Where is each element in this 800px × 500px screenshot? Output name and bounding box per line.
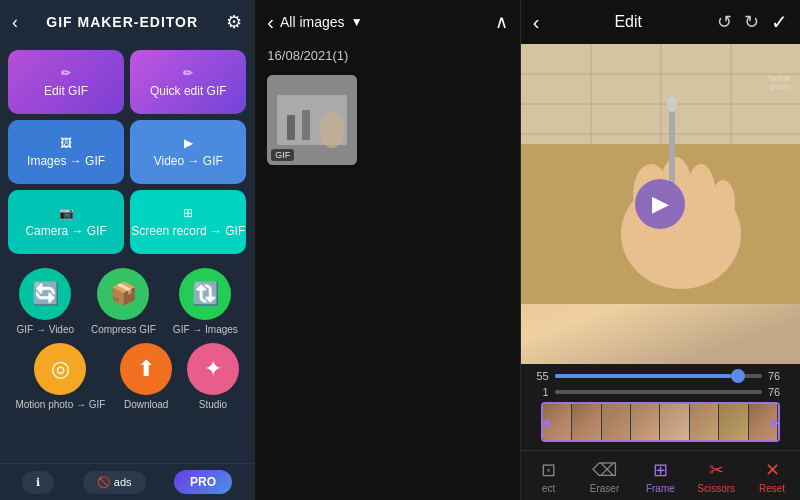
edit-gif-button[interactable]: ✏ Edit GIF [8, 50, 124, 114]
preview-image: TikTok @user ▶ [521, 44, 800, 364]
scissors-label: Scissors [697, 483, 735, 494]
left-header: ‹ GIF MAKER-EDITOR ⚙ [0, 0, 254, 44]
right-header: ‹ Edit ↺ ↻ ✓ [521, 0, 800, 44]
mid-panel: ‹ All images ▼ ∧ 16/08/2021(1) GIF [255, 0, 519, 500]
app-title: GIF MAKER-EDITOR [46, 14, 198, 30]
motion-photo-wrap[interactable]: ◎ Motion photo → GIF [15, 343, 105, 410]
gif-video-button[interactable]: 🔄 [19, 268, 71, 320]
trim-slider-1-thumb[interactable] [731, 369, 745, 383]
screen-record-button[interactable]: ⊞ Screen record → GIF [130, 190, 246, 254]
no-ads-button[interactable]: 🚫 ads [83, 471, 146, 494]
gif-video-wrap[interactable]: 🔄 GIF → Video [16, 268, 74, 335]
compress-gif-button[interactable]: 📦 [97, 268, 149, 320]
compress-gif-label: Compress GIF [91, 324, 156, 335]
studio-wrap[interactable]: ✦ Studio [187, 343, 239, 410]
right-tabs: ⊡ ect ⌫ Eraser ⊞ Frame ✂ Scissors ✕ Rese… [521, 450, 800, 500]
pro-button[interactable]: PRO [174, 470, 232, 494]
download-wrap[interactable]: ⬆ Download [120, 343, 172, 410]
motion-photo-label: Motion photo → GIF [15, 399, 105, 410]
quick-edit-label: Quick edit GIF [150, 84, 227, 98]
select-label: ect [542, 483, 555, 494]
camera-gif-label: Camera → GIF [25, 224, 106, 238]
quick-edit-gif-button[interactable]: ✏ Quick edit GIF [130, 50, 246, 114]
mid-back-area[interactable]: ‹ All images ▼ [267, 11, 362, 34]
filmstrip-frame [719, 404, 748, 440]
filmstrip-right-arrow[interactable]: ▸ [771, 411, 780, 433]
collapse-icon[interactable]: ∧ [495, 11, 508, 33]
quick-edit-icon: ✏ [183, 66, 193, 80]
info-button[interactable]: ℹ [22, 471, 54, 494]
gif-images-button[interactable]: 🔃 [179, 268, 231, 320]
trim-slider-2-end: 76 [768, 386, 790, 398]
tab-reset[interactable]: ✕ Reset [744, 455, 800, 498]
left-panel: ‹ GIF MAKER-EDITOR ⚙ ✏ Edit GIF ✏ Quick … [0, 0, 254, 500]
all-images-label: All images [280, 14, 345, 30]
filmstrip-frame [660, 404, 689, 440]
gif-images-wrap[interactable]: 🔃 GIF → Images [173, 268, 238, 335]
studio-button[interactable]: ✦ [187, 343, 239, 395]
video-gif-button[interactable]: ▶ Video → GIF [130, 120, 246, 184]
settings-icon[interactable]: ⚙ [226, 11, 242, 33]
eraser-label: Eraser [590, 483, 619, 494]
svg-rect-2 [287, 115, 295, 140]
trim-slider-2-start: 1 [531, 386, 549, 398]
trim-slider-1-track[interactable] [555, 374, 762, 378]
svg-point-16 [687, 164, 715, 220]
trim-slider-1-start: 55 [531, 370, 549, 382]
trim-slider-2-row: 1 76 [531, 386, 790, 398]
gif-thumbnail[interactable]: GIF [267, 75, 357, 165]
filmstrip-frame [690, 404, 719, 440]
filmstrip: ◂ ▸ [541, 402, 780, 442]
images-gif-button[interactable]: 🖼 Images → GIF [8, 120, 124, 184]
reset-label: Reset [759, 483, 785, 494]
left-back-icon[interactable]: ‹ [12, 12, 18, 33]
right-title: Edit [614, 13, 642, 31]
screen-record-label: Screen record → GIF [131, 224, 245, 238]
trim-slider-1-end: 76 [768, 370, 790, 382]
edit-gif-icon: ✏ [61, 66, 71, 80]
camera-gif-button[interactable]: 📷 Camera → GIF [8, 190, 124, 254]
frame-icon: ⊞ [653, 459, 668, 481]
main-grid: ✏ Edit GIF ✏ Quick edit GIF 🖼 Images → G… [0, 44, 254, 260]
date-row: 16/08/2021(1) [255, 44, 519, 67]
tab-scissors[interactable]: ✂ Scissors [688, 455, 744, 498]
video-gif-label: Video → GIF [154, 154, 223, 168]
video-gif-icon: ▶ [184, 136, 193, 150]
trim-slider-2-track[interactable] [555, 390, 762, 394]
undo-icon[interactable]: ↺ [717, 11, 732, 33]
svg-rect-18 [669, 104, 675, 184]
download-label: Download [124, 399, 168, 410]
filmstrip-frame [572, 404, 601, 440]
camera-icon: 📷 [59, 206, 74, 220]
right-back-icon[interactable]: ‹ [533, 11, 540, 34]
circle-row-1: 🔄 GIF → Video 📦 Compress GIF 🔃 GIF → Ima… [0, 260, 254, 339]
confirm-icon[interactable]: ✓ [771, 10, 788, 34]
filmstrip-frame [602, 404, 631, 440]
gif-video-label: GIF → Video [16, 324, 74, 335]
mid-header: ‹ All images ▼ ∧ [255, 0, 519, 44]
gif-images-label: GIF → Images [173, 324, 238, 335]
dropdown-icon[interactable]: ▼ [351, 15, 363, 29]
tab-frame[interactable]: ⊞ Frame [632, 455, 688, 498]
tiktok-overlay: TikTok @user [767, 74, 790, 90]
image-grid: GIF [255, 67, 519, 500]
scissors-icon: ✂ [709, 459, 724, 481]
trim-section: 55 76 1 76 ◂ ▸ [521, 364, 800, 450]
trim-slider-1-row: 55 76 [531, 370, 790, 382]
date-label: 16/08/2021(1) [267, 48, 348, 63]
compress-gif-wrap[interactable]: 📦 Compress GIF [91, 268, 156, 335]
redo-icon[interactable]: ↻ [744, 11, 759, 33]
tab-select[interactable]: ⊡ ect [521, 455, 577, 498]
filmstrip-left-arrow[interactable]: ◂ [541, 411, 550, 433]
tab-eraser[interactable]: ⌫ Eraser [577, 455, 633, 498]
screen-record-icon: ⊞ [183, 206, 193, 220]
right-panel: ‹ Edit ↺ ↻ ✓ [521, 0, 800, 500]
eraser-icon: ⌫ [592, 459, 617, 481]
video-preview: TikTok @user ▶ [521, 44, 800, 364]
circle-row-2: ◎ Motion photo → GIF ⬆ Download ✦ Studio [0, 339, 254, 418]
motion-photo-button[interactable]: ◎ [34, 343, 86, 395]
download-button[interactable]: ⬆ [120, 343, 172, 395]
play-button[interactable]: ▶ [635, 179, 685, 229]
trim-slider-1-fill [555, 374, 731, 378]
mid-back-icon[interactable]: ‹ [267, 11, 274, 34]
